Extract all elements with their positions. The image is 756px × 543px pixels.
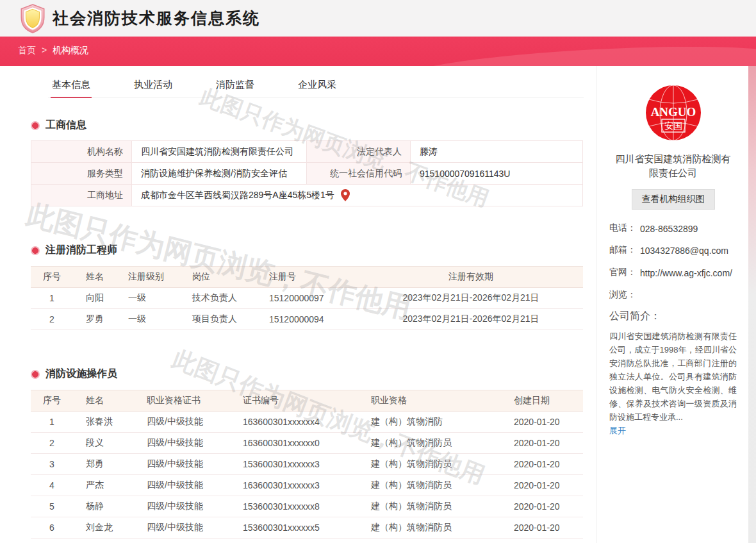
table-cell: 153600301xxxxxx6 xyxy=(230,539,358,543)
tab-bar: 基本信息 执业活动 消防监督 企业风采 xyxy=(48,74,584,98)
breadcrumb-separator: > xyxy=(42,45,47,55)
tab-company-showcase[interactable]: 企业风采 xyxy=(294,74,340,97)
table-cell: 建（构）筑物消防员 xyxy=(358,454,498,475)
company-intro-title: 公司简介： xyxy=(609,310,737,323)
table-cell: 段义 xyxy=(73,433,134,454)
table-cell: 163600301xxxxxx0 xyxy=(230,433,358,454)
breadcrumb-home-link[interactable]: 首页 xyxy=(18,45,36,55)
table-cell: 2023年02月21日-2026年02月21日 xyxy=(359,309,583,330)
table-cell: 2023年02月21日-2026年02月21日 xyxy=(359,288,583,309)
table-cell: 杨静 xyxy=(73,496,134,517)
org-name-label: 机构名称 xyxy=(31,141,132,163)
table-cell: 四级/中级技能 xyxy=(134,433,230,454)
page: 社会消防技术服务信息系统 首页 > 机构概况 基本信息 执业活动 消防监督 企业… xyxy=(0,0,756,543)
legal-rep-value: 滕涛 xyxy=(411,141,583,163)
tab-fire-supervision[interactable]: 消防监督 xyxy=(212,74,258,97)
table-cell: 四级/中级技能 xyxy=(134,517,230,539)
table-cell: 邱菊 xyxy=(73,539,134,543)
table-cell: 163600301xxxxxx4 xyxy=(230,412,358,433)
tab-basic-info[interactable]: 基本信息 xyxy=(48,74,94,97)
address-label: 工商地址 xyxy=(31,185,132,206)
table-cell: 严杰 xyxy=(73,475,134,496)
site-header: 社会消防技术服务信息系统 xyxy=(0,0,756,37)
operators-table-body: 1张春洪四级/中级技能163600301xxxxxx4建（构）筑物消防2020-… xyxy=(31,412,583,543)
table-cell: 7 xyxy=(31,539,73,543)
views-label: 浏览： xyxy=(609,289,640,301)
column-header: 注册级别 xyxy=(115,267,179,288)
table-row: 工商地址 成都市金牛区羊西线蜀汉路289号A座45栋5楼1号 xyxy=(31,185,583,206)
table-cell: 153600301xxxxxx8 xyxy=(230,496,358,517)
table-row: 7邱菊四级/中级技能153600301xxxxxx6建（构）筑物消防员2020-… xyxy=(31,539,583,543)
table-cell: 四级/中级技能 xyxy=(134,539,230,543)
table-header-row: 序号姓名注册级别岗位注册号注册有效期 xyxy=(31,267,583,288)
expand-link[interactable]: 展开 xyxy=(609,425,626,437)
views-value xyxy=(640,289,737,301)
table-cell: 2020-01-20 xyxy=(498,496,583,517)
map-pin-icon[interactable] xyxy=(341,189,350,201)
table-cell: 15120000094 xyxy=(256,309,359,330)
column-header: 职业资格 xyxy=(358,390,498,412)
table-cell: 四级/中级技能 xyxy=(134,412,230,433)
address-value: 成都市金牛区羊西线蜀汉路289号A座45栋5楼1号 xyxy=(141,190,334,201)
phone-value: 028-86532899 xyxy=(640,222,737,237)
table-cell: 建（构）筑物消防员 xyxy=(358,475,498,496)
section-bullet-icon xyxy=(31,246,40,255)
email-value: 1034327886@qq.com xyxy=(640,244,737,258)
table-cell: 项目负责人 xyxy=(179,309,256,330)
table-cell: 2 xyxy=(31,433,73,454)
table-row: 2段义四级/中级技能163600301xxxxxx0建（构）筑物消防员2020-… xyxy=(31,433,583,454)
anguo-logo-icon: ANGUO 安国 xyxy=(609,85,737,140)
website-link[interactable]: http://www.ag-xfjc.com/ xyxy=(640,267,737,281)
table-cell: 3 xyxy=(31,454,73,475)
table-cell: 一级 xyxy=(115,309,179,330)
section-bullet-icon xyxy=(31,370,40,379)
column-header: 姓名 xyxy=(73,390,134,412)
address-cell: 成都市金牛区羊西线蜀汉路289号A座45栋5楼1号 xyxy=(132,185,583,206)
table-cell: 163600301xxxxxx3 xyxy=(230,475,358,496)
table-cell: 张春洪 xyxy=(73,412,134,433)
right-edge-decoration xyxy=(748,66,756,543)
table-cell: 1 xyxy=(31,412,73,433)
breadcrumb: 首页 > 机构概况 xyxy=(18,45,88,56)
table-cell: 2020-01-20 xyxy=(498,539,583,543)
table-cell: 四级/中级技能 xyxy=(134,475,230,496)
contact-info: 电话： 028-86532899 邮箱： 1034327886@qq.com 官… xyxy=(609,222,737,301)
tab-practice-activity[interactable]: 执业活动 xyxy=(130,74,176,97)
website-label: 官网： xyxy=(609,267,640,281)
svg-text:ANGUO: ANGUO xyxy=(650,105,696,119)
phone-label: 电话： xyxy=(609,222,640,237)
view-org-chart-button[interactable]: 查看机构组织图 xyxy=(632,189,715,210)
table-cell: 刘金龙 xyxy=(73,517,134,539)
company-intro-text: 四川省安国建筑消防检测有限责任公司，成立于1998年，经四川省公安消防总队批准，… xyxy=(609,330,737,424)
email-line: 邮箱： 1034327886@qq.com xyxy=(609,244,737,258)
table-cell: 15120000097 xyxy=(256,288,359,309)
engineers-table: 序号姓名注册级别岗位注册号注册有效期 1向阳一级技术负责人15120000097… xyxy=(31,266,583,330)
column-header: 序号 xyxy=(31,390,73,412)
table-cell: 一级 xyxy=(115,288,179,309)
section-fire-engineers: 注册消防工程师 xyxy=(31,244,596,257)
phone-line: 电话： 028-86532899 xyxy=(609,222,737,237)
section-title-text: 消防设施操作员 xyxy=(45,367,117,381)
table-cell: 6 xyxy=(31,517,73,539)
table-cell: 2020-01-20 xyxy=(498,412,583,433)
section-facility-operators: 消防设施操作员 xyxy=(31,367,596,381)
views-line: 浏览： xyxy=(609,289,737,301)
table-cell: 建（构）筑物消防员 xyxy=(358,539,498,543)
table-header-row: 序号姓名职业资格证书证书编号职业资格创建日期 xyxy=(31,390,583,412)
section-title-text: 工商信息 xyxy=(45,119,86,132)
site-title: 社会消防技术服务信息系统 xyxy=(53,8,260,29)
service-type-label: 服务类型 xyxy=(31,163,132,185)
column-header: 岗位 xyxy=(179,267,256,288)
table-cell: 4 xyxy=(31,475,73,496)
column-header: 职业资格证书 xyxy=(134,390,230,412)
column-header: 序号 xyxy=(31,267,73,288)
content-area: 基本信息 执业活动 消防监督 企业风采 工商信息 机构名称 四川省安国建筑消防检… xyxy=(0,66,748,543)
legal-rep-label: 法定代表人 xyxy=(307,141,411,163)
table-cell: 2020-01-20 xyxy=(498,454,583,475)
table-cell: 5 xyxy=(31,496,73,517)
org-name-value: 四川省安国建筑消防检测有限责任公司 xyxy=(132,141,307,163)
column-header: 创建日期 xyxy=(498,390,583,412)
email-label: 邮箱： xyxy=(609,244,640,258)
breadcrumb-band: 首页 > 机构概况 xyxy=(0,37,756,66)
table-cell: 技术负责人 xyxy=(179,288,256,309)
